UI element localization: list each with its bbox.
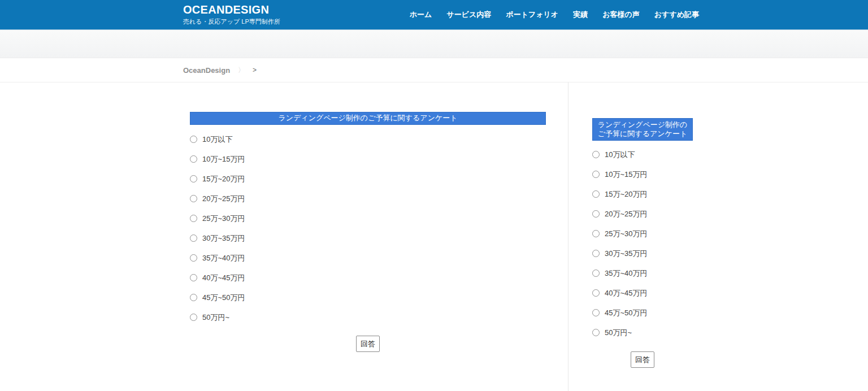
- radio-button[interactable]: [190, 136, 197, 143]
- main-survey-widget: ランディングページ制作のご予算に関するアンケート 10万以下 10万~15万円: [190, 112, 546, 352]
- radio-button[interactable]: [190, 314, 197, 321]
- survey-option-row[interactable]: 50万円~: [592, 323, 693, 342]
- radio-button[interactable]: [190, 215, 197, 222]
- radio-button[interactable]: [592, 329, 600, 336]
- radio-button[interactable]: [190, 254, 197, 262]
- option-label: 10万~15万円: [605, 170, 648, 180]
- content-area: ランディングページ制作のご予算に関するアンケート 10万以下 10万~15万円: [0, 82, 868, 391]
- sidebar-survey-widget: ランディングページ制作のご予算に関するアンケート 10万以下 10万~15万円: [592, 118, 693, 368]
- logo-title: OCEANDESIGN: [183, 4, 280, 16]
- radio-button[interactable]: [592, 230, 600, 237]
- breadcrumb: OceanDesign 〉 >: [183, 66, 257, 75]
- survey-option-row[interactable]: 10万以下: [592, 145, 693, 164]
- survey-option-row[interactable]: 10万~15万円: [592, 164, 693, 184]
- radio-button[interactable]: [592, 190, 600, 198]
- survey-title-banner: ランディングページ制作のご予算に関するアンケート: [190, 112, 546, 125]
- sidebar-answer-button[interactable]: 回答: [631, 351, 654, 368]
- survey-option-row[interactable]: 15万~20万円: [190, 169, 546, 189]
- nav-item[interactable]: ホーム: [410, 10, 432, 20]
- main-nav: ホーム サービス内容 ポートフォリオ 実績 お客様の声 おすすめ記事: [410, 10, 699, 20]
- radio-button[interactable]: [190, 234, 197, 242]
- header-inner: OCEANDESIGN 売れる・反応アップ LP専門制作所 ホーム サービス内容…: [0, 4, 868, 26]
- radio-button[interactable]: [592, 270, 600, 277]
- survey-option-row[interactable]: 10万~15万円: [190, 149, 546, 169]
- radio-button[interactable]: [190, 175, 197, 183]
- submit-row: 回答: [190, 336, 546, 352]
- site-header: OCEANDESIGN 売れる・反応アップ LP専門制作所 ホーム サービス内容…: [0, 0, 868, 30]
- radio-button[interactable]: [190, 195, 197, 202]
- radio-button[interactable]: [592, 289, 600, 297]
- option-label: 15万~20万円: [605, 189, 648, 199]
- breadcrumb-current: >: [253, 66, 257, 74]
- radio-button[interactable]: [592, 250, 600, 257]
- sidebar-survey-option-list: 10万以下 10万~15万円 15万~20万円 20万~25万円: [592, 145, 693, 342]
- breadcrumb-home-link[interactable]: OceanDesign: [183, 66, 230, 75]
- radio-button[interactable]: [190, 274, 197, 281]
- option-label: 10万以下: [605, 150, 635, 160]
- option-label: 40万~45万円: [605, 288, 648, 298]
- logo-tagline: 売れる・反応アップ LP専門制作所: [183, 18, 280, 26]
- option-label: 20万~25万円: [202, 194, 245, 204]
- option-label: 20万~25万円: [605, 209, 648, 219]
- nav-item[interactable]: お客様の声: [602, 10, 640, 20]
- radio-button[interactable]: [592, 151, 600, 158]
- radio-button[interactable]: [190, 155, 197, 163]
- breadcrumb-bar: OceanDesign 〉 >: [0, 58, 868, 82]
- nav-item[interactable]: おすすめ記事: [654, 10, 699, 20]
- option-label: 30万~35万円: [605, 249, 648, 259]
- radio-button[interactable]: [592, 210, 600, 218]
- radio-button[interactable]: [592, 171, 600, 178]
- survey-option-row[interactable]: 35万~40万円: [190, 248, 546, 268]
- survey-option-row[interactable]: 40万~45万円: [190, 268, 546, 288]
- survey-option-row[interactable]: 20万~25万円: [592, 204, 693, 224]
- option-label: 10万~15万円: [202, 154, 245, 164]
- option-label: 50万円~: [202, 312, 229, 323]
- option-label: 45万~50万円: [202, 293, 245, 303]
- survey-option-row[interactable]: 45万~50万円: [190, 288, 546, 307]
- option-label: 40万~45万円: [202, 273, 245, 283]
- option-label: 45万~50万円: [605, 308, 648, 318]
- sidebar-submit-row: 回答: [592, 351, 693, 368]
- option-label: 15万~20万円: [202, 174, 245, 184]
- option-label: 35万~40万円: [605, 268, 648, 279]
- survey-option-row[interactable]: 15万~20万円: [592, 184, 693, 204]
- survey-option-row[interactable]: 30万~35万円: [190, 228, 546, 248]
- sidebar: ランディングページ制作のご予算に関するアンケート 10万以下 10万~15万円: [568, 82, 693, 391]
- survey-option-row[interactable]: 45万~50万円: [592, 303, 693, 323]
- radio-button[interactable]: [190, 294, 197, 301]
- radio-button[interactable]: [592, 309, 600, 316]
- option-label: 30万~35万円: [202, 233, 245, 244]
- survey-option-row[interactable]: 40万~45万円: [592, 283, 693, 303]
- survey-option-row[interactable]: 35万~40万円: [592, 263, 693, 283]
- main-column: ランディングページ制作のご予算に関するアンケート 10万以下 10万~15万円: [190, 82, 546, 391]
- sidebar-survey-title-banner: ランディングページ制作のご予算に関するアンケート: [592, 118, 693, 141]
- option-label: 10万以下: [202, 134, 232, 145]
- option-label: 35万~40万円: [202, 253, 245, 263]
- survey-option-row[interactable]: 25万~30万円: [592, 224, 693, 244]
- survey-option-row[interactable]: 30万~35万円: [592, 244, 693, 263]
- subheader-band: [0, 30, 868, 58]
- nav-item[interactable]: 実績: [573, 10, 588, 20]
- survey-option-row[interactable]: 50万円~: [190, 307, 546, 327]
- survey-option-row[interactable]: 25万~30万円: [190, 208, 546, 228]
- nav-item[interactable]: ポートフォリオ: [506, 10, 558, 20]
- chevron-right-icon: 〉: [238, 66, 245, 75]
- option-label: 25万~30万円: [605, 229, 648, 239]
- survey-option-row[interactable]: 20万~25万円: [190, 189, 546, 208]
- survey-option-list: 10万以下 10万~15万円 15万~20万円 20万~25万円: [190, 129, 546, 327]
- survey-option-row[interactable]: 10万以下: [190, 129, 546, 149]
- option-label: 25万~30万円: [202, 214, 245, 224]
- site-logo[interactable]: OCEANDESIGN 売れる・反応アップ LP専門制作所: [183, 4, 280, 26]
- nav-item[interactable]: サービス内容: [446, 10, 491, 20]
- answer-button[interactable]: 回答: [356, 336, 380, 352]
- option-label: 50万円~: [605, 328, 632, 338]
